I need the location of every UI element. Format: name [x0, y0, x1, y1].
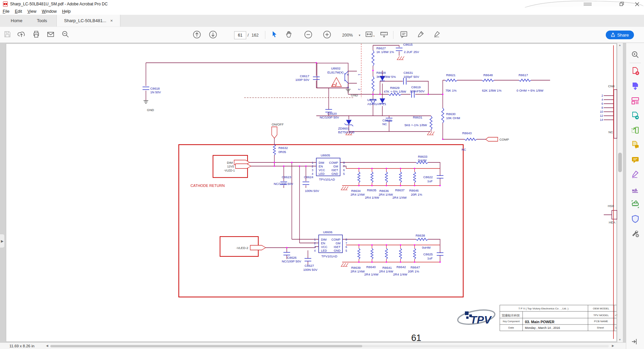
tab-close-icon[interactable]: × [110, 18, 113, 23]
tab-bar: Home Tools Sharp_LC-50LB481...× ? [0, 15, 644, 27]
document-pane[interactable] [0, 43, 626, 342]
menu-view[interactable]: View [25, 8, 39, 14]
tab-tools[interactable]: Tools [30, 15, 54, 27]
zoom-dropdown-caret-icon[interactable]: ▼ [358, 34, 361, 37]
more-tools-icon[interactable] [626, 226, 644, 241]
email-icon[interactable] [47, 30, 56, 40]
scroll-down-icon[interactable]: ▼ [619, 338, 621, 341]
tools-panel [626, 43, 644, 349]
search-tools-icon[interactable] [626, 47, 644, 62]
window-title: Sharp_LC-50LB481U_SM.pdf - Adobe Acrobat… [10, 2, 108, 6]
edit-pdf-icon[interactable] [626, 123, 644, 138]
menu-file[interactable]: File [0, 8, 12, 14]
menu-help[interactable]: Help [59, 8, 73, 14]
share-button[interactable]: Share [606, 31, 634, 39]
zoom-in-icon[interactable] [323, 30, 332, 40]
navigation-pane-toggle[interactable]: ▶ [0, 234, 5, 248]
ruler-measure-icon[interactable] [380, 30, 389, 40]
page-dimensions: 11.69 x 8.26 in [9, 344, 35, 348]
vertical-scrollbar[interactable]: ▲ ▼ [617, 43, 623, 342]
request-signatures-icon[interactable] [626, 138, 644, 152]
hand-tool-icon[interactable] [285, 30, 294, 40]
window-controls [523, 0, 644, 8]
expand-panel-icon[interactable] [631, 338, 638, 345]
svg-text:▼: ▼ [373, 35, 374, 37]
fill-and-sign-icon[interactable] [626, 167, 644, 182]
send-for-comments-icon[interactable] [626, 108, 644, 123]
comment-note-icon[interactable] [400, 30, 409, 40]
acrobat-file-icon [3, 1, 8, 7]
export-pdf-icon[interactable] [626, 79, 644, 93]
next-page-icon[interactable] [209, 30, 218, 40]
menu-window[interactable]: Window [39, 8, 59, 14]
comment-icon[interactable] [626, 152, 644, 167]
toolbar: / 162 200% ▼ ▼ Share [0, 27, 644, 43]
horizontal-scroll-thumb[interactable] [50, 345, 362, 347]
title-bar: Sharp_LC-50LB481U_SM.pdf - Adobe Acrobat… [0, 0, 644, 8]
organize-pages-icon[interactable] [626, 93, 644, 108]
save-icon[interactable] [3, 30, 13, 40]
select-tool-icon[interactable] [270, 30, 280, 40]
scroll-left-icon[interactable]: ◄ [45, 344, 49, 348]
sign-pen-icon[interactable] [433, 30, 442, 40]
sign-document-icon[interactable] [626, 182, 644, 197]
page-separator: / [248, 33, 249, 38]
menu-edit[interactable]: Edit [12, 8, 25, 14]
protect-shield-icon[interactable] [626, 211, 644, 226]
fit-width-icon[interactable]: ▼ [365, 30, 374, 40]
zoom-level[interactable]: 200% [342, 33, 353, 38]
zoom-out-icon[interactable] [304, 30, 313, 40]
print-icon[interactable] [32, 30, 42, 40]
status-bar: 11.69 x 8.26 in ◄ ► [0, 342, 626, 349]
menu-bar: FileEditViewWindowHelp [0, 8, 644, 15]
share-icon [611, 33, 615, 37]
horizontal-scrollbar[interactable] [50, 345, 609, 347]
cloud-upload-icon[interactable] [17, 30, 27, 40]
vertical-scroll-thumb[interactable] [618, 153, 622, 172]
scroll-right-icon[interactable]: ► [611, 344, 615, 348]
create-pdf-icon[interactable] [626, 64, 644, 79]
search-icon[interactable] [61, 30, 71, 40]
tab-home[interactable]: Home [3, 15, 30, 27]
scroll-up-icon[interactable]: ▲ [619, 44, 621, 47]
scan-and-ocr-icon[interactable] [626, 197, 644, 211]
page-total: 162 [252, 33, 259, 38]
highlighter-icon[interactable] [417, 30, 426, 40]
previous-page-icon[interactable] [193, 30, 202, 40]
page-number-input[interactable] [234, 31, 246, 39]
tab-document[interactable]: Sharp_LC-50LB481...× [56, 15, 120, 27]
